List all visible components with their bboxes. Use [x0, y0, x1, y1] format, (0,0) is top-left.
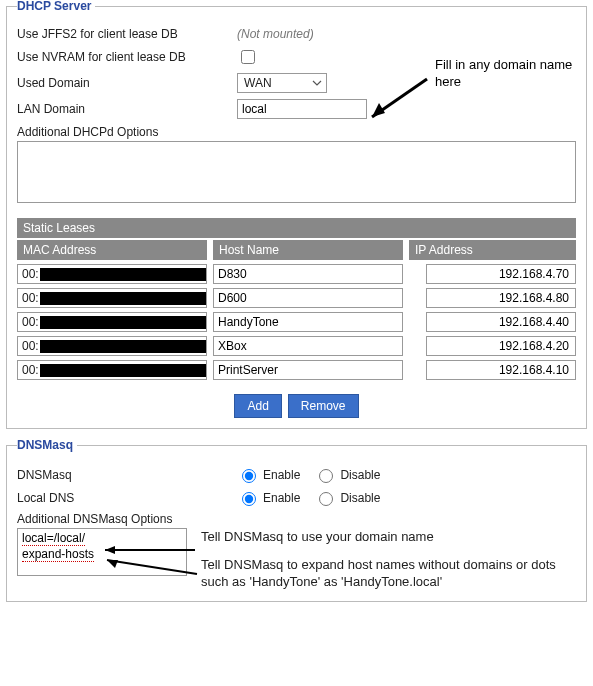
- annotation-tell-domain: Tell DNSMasq to use your domain name: [201, 528, 576, 546]
- jffs2-label: Use JFFS2 for client lease DB: [17, 27, 237, 41]
- dnsmasq-opt-line1: local=/local/: [22, 531, 85, 546]
- dnsmasq-enable-radio[interactable]: [242, 469, 256, 483]
- jffs2-row: Use JFFS2 for client lease DB (Not mount…: [17, 27, 576, 41]
- ip-input[interactable]: [426, 264, 576, 284]
- host-input[interactable]: [213, 312, 403, 332]
- leases-header-row: MAC Address Host Name IP Address: [17, 240, 576, 260]
- dnsmasq-opt-line2: expand-hosts: [22, 547, 94, 562]
- mac-prefix: 00:: [18, 267, 39, 281]
- lan-domain-input[interactable]: [237, 99, 367, 119]
- mac-input[interactable]: 00:: [17, 360, 207, 380]
- host-input[interactable]: [213, 360, 403, 380]
- mac-prefix: 00:: [18, 363, 39, 377]
- localdns-disable-option[interactable]: Disable: [314, 489, 380, 506]
- th-ip: IP Address: [409, 240, 576, 260]
- nvram-label: Use NVRAM for client lease DB: [17, 50, 237, 64]
- localdns-label: Local DNS: [17, 491, 237, 505]
- host-input[interactable]: [213, 336, 403, 356]
- host-input[interactable]: [213, 288, 403, 308]
- chevron-down-icon: [312, 77, 322, 91]
- jffs2-value: (Not mounted): [237, 27, 576, 41]
- localdns-enable-option[interactable]: Enable: [237, 489, 300, 506]
- dnsmasq-disable-radio[interactable]: [319, 469, 333, 483]
- nvram-checkbox[interactable]: [241, 50, 255, 64]
- lease-row: 00:: [17, 264, 576, 284]
- dnsmasq-disable-option[interactable]: Disable: [314, 466, 380, 483]
- localdns-row: Local DNS Enable Disable: [17, 489, 576, 506]
- lease-row: 00:: [17, 312, 576, 332]
- mac-prefix: 00:: [18, 291, 39, 305]
- ip-input[interactable]: [426, 336, 576, 356]
- add-button[interactable]: Add: [234, 394, 281, 418]
- mac-redacted: [40, 292, 206, 305]
- mac-prefix: 00:: [18, 315, 39, 329]
- addl-dhcpd-textarea[interactable]: [17, 141, 576, 203]
- localdns-enable-radio[interactable]: [242, 492, 256, 506]
- ip-input[interactable]: [426, 360, 576, 380]
- ip-input[interactable]: [426, 312, 576, 332]
- addl-dhcpd-label: Additional DHCPd Options: [17, 125, 158, 139]
- mac-input[interactable]: 00:: [17, 312, 207, 332]
- addl-dhcpd-label-row: Additional DHCPd Options: [17, 125, 576, 139]
- remove-button[interactable]: Remove: [288, 394, 359, 418]
- dnsmasq-enable-label: Enable: [263, 468, 300, 482]
- addl-dnsmasq-label: Additional DNSMasq Options: [17, 512, 172, 526]
- mac-input[interactable]: 00:: [17, 264, 207, 284]
- used-domain-row: Used Domain WAN: [17, 73, 576, 93]
- lease-buttons: Add Remove: [17, 394, 576, 418]
- mac-redacted: [40, 268, 206, 281]
- th-host: Host Name: [213, 240, 403, 260]
- mac-redacted: [40, 340, 206, 353]
- addl-dnsmasq-textarea[interactable]: local=/local/ expand-hosts: [17, 528, 187, 576]
- dnsmasq-enable-option[interactable]: Enable: [237, 466, 300, 483]
- dnsmasq-label: DNSMasq: [17, 468, 237, 482]
- dnsmasq-disable-label: Disable: [340, 468, 380, 482]
- static-leases-header: Static Leases: [17, 218, 576, 238]
- th-mac: MAC Address: [17, 240, 207, 260]
- dhcp-server-title: DHCP Server: [17, 0, 95, 13]
- lan-domain-label: LAN Domain: [17, 102, 237, 116]
- mac-redacted: [40, 316, 206, 329]
- host-input[interactable]: [213, 264, 403, 284]
- used-domain-label: Used Domain: [17, 76, 237, 90]
- lease-row: 00:: [17, 360, 576, 380]
- localdns-disable-label: Disable: [340, 491, 380, 505]
- nvram-row: Use NVRAM for client lease DB: [17, 47, 576, 67]
- lease-row: 00:: [17, 288, 576, 308]
- lease-row: 00:: [17, 336, 576, 356]
- used-domain-select[interactable]: WAN: [237, 73, 327, 93]
- localdns-disable-radio[interactable]: [319, 492, 333, 506]
- used-domain-value: WAN: [244, 76, 272, 90]
- addl-dnsmasq-label-row: Additional DNSMasq Options: [17, 512, 576, 526]
- mac-prefix: 00:: [18, 339, 39, 353]
- lan-domain-row: LAN Domain: [17, 99, 576, 119]
- mac-redacted: [40, 364, 206, 377]
- mac-input[interactable]: 00:: [17, 336, 207, 356]
- annotation-tell-expand: Tell DNSMasq to expand host names withou…: [201, 556, 576, 591]
- dnsmasq-row: DNSMasq Enable Disable: [17, 466, 576, 483]
- dnsmasq-title: DNSMasq: [17, 438, 77, 452]
- mac-input[interactable]: 00:: [17, 288, 207, 308]
- localdns-enable-label: Enable: [263, 491, 300, 505]
- dhcp-server-panel: DHCP Server Use JFFS2 for client lease D…: [6, 6, 587, 429]
- ip-input[interactable]: [426, 288, 576, 308]
- dnsmasq-panel: DNSMasq DNSMasq Enable Disable Local DNS…: [6, 445, 587, 602]
